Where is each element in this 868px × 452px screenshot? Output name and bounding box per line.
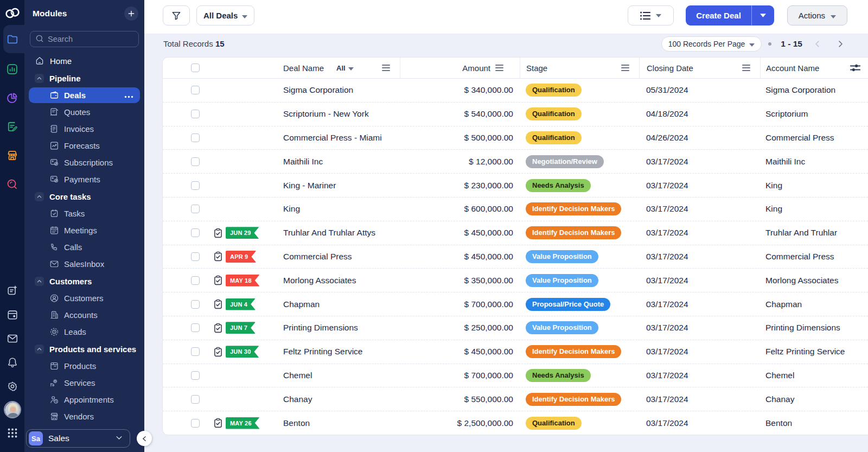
sidebar-item-appointments[interactable]: Appointments: [29, 391, 140, 408]
task-icon[interactable]: [213, 298, 224, 310]
deal-row[interactable]: Chemel $ 700,000.00 Needs Analysis 03/17…: [163, 364, 868, 388]
deal-row[interactable]: Sigma Corporation $ 340,000.00 Qualifica…: [163, 79, 868, 103]
settings-icon[interactable]: [0, 374, 24, 398]
calendar-icon[interactable]: [0, 303, 24, 327]
account-name-cell[interactable]: Scriptorium: [760, 109, 868, 119]
task-icon[interactable]: [213, 346, 224, 358]
deal-name-cell[interactable]: Benton: [283, 418, 400, 428]
account-name-cell[interactable]: Chapman: [760, 300, 868, 309]
add-module-button[interactable]: [124, 7, 138, 21]
deal-name-cell[interactable]: Truhlar And Truhlar Attys: [283, 228, 400, 238]
deal-name-cell[interactable]: Commercial Press - Miami: [283, 133, 400, 143]
sidebar-item-invoices[interactable]: Invoices: [29, 120, 140, 137]
column-menu-icon[interactable]: [621, 65, 629, 71]
team-switcher[interactable]: Sa Sales: [26, 429, 130, 448]
sidebar-item-leads[interactable]: Leads: [29, 323, 140, 340]
row-checkbox[interactable]: [191, 157, 200, 166]
deal-name-cell[interactable]: Sigma Corporation: [283, 85, 400, 95]
column-menu-icon[interactable]: [495, 65, 503, 71]
row-checkbox[interactable]: [191, 228, 200, 237]
create-deal-dropdown[interactable]: [751, 5, 774, 26]
mail-icon[interactable]: [0, 327, 24, 351]
sidebar-item-payments[interactable]: Payments: [29, 171, 140, 188]
row-checkbox[interactable]: [191, 252, 200, 261]
sidebar-search-input[interactable]: Search: [30, 31, 139, 47]
row-checkbox[interactable]: [191, 181, 200, 190]
deal-name-cell[interactable]: Maithili Inc: [283, 157, 400, 167]
deal-name-cell[interactable]: Feltz Printing Service: [283, 347, 400, 356]
sidebar-item-vendors[interactable]: Vendors: [29, 408, 140, 425]
account-name-cell[interactable]: Commercial Press: [760, 252, 868, 262]
row-checkbox[interactable]: [191, 110, 200, 118]
deal-name-cell[interactable]: Chapman: [283, 300, 400, 309]
row-checkbox[interactable]: [191, 347, 200, 356]
deal-row[interactable]: JUN 4 Chapman $ 700,000.00 Proposal/Pric…: [163, 292, 868, 316]
deal-name-cell[interactable]: Morlong Associates: [283, 276, 400, 285]
sidebar-item-products[interactable]: Products: [29, 358, 140, 374]
next-page-button[interactable]: [832, 36, 848, 52]
chevron-up-icon[interactable]: [35, 192, 44, 201]
row-checkbox[interactable]: [191, 300, 200, 309]
deal-row[interactable]: Chanay $ 550,000.00 Identify Decision Ma…: [163, 387, 868, 411]
zia-search-icon[interactable]: [0, 170, 24, 199]
sidebar-item-customers[interactable]: Customers: [29, 273, 140, 290]
sidebar-item-calls[interactable]: Calls: [29, 239, 140, 256]
deal-row[interactable]: Commercial Press - Miami $ 500,000.00 Qu…: [163, 126, 868, 150]
account-name-cell[interactable]: Feltz Printing Service: [760, 347, 868, 356]
chevron-up-icon[interactable]: [35, 345, 44, 354]
collapse-sidebar-button[interactable]: [137, 431, 152, 446]
column-menu-icon[interactable]: [382, 65, 390, 71]
account-name-cell[interactable]: Sigma Corporation: [760, 85, 868, 95]
analytics-icon[interactable]: [0, 84, 24, 112]
sidebar-item-quotes[interactable]: Quotes: [29, 104, 140, 120]
task-icon[interactable]: [213, 251, 224, 262]
create-deal-button[interactable]: Create Deal: [686, 5, 751, 26]
sidebar-item-salesinbox[interactable]: SalesInbox: [29, 256, 140, 272]
sidebar-item-forecasts[interactable]: Forecasts: [29, 137, 140, 154]
sidebar-item-tasks[interactable]: Tasks: [29, 205, 140, 222]
sidebar-item-deals[interactable]: Deals: [29, 87, 140, 104]
task-icon[interactable]: [213, 417, 224, 429]
deal-row[interactable]: JUN 29 Truhlar And Truhlar Attys $ 450,0…: [163, 221, 868, 245]
row-checkbox[interactable]: [191, 276, 200, 285]
row-checkbox[interactable]: [191, 419, 200, 428]
deal-row[interactable]: MAY 18 Morlong Associates $ 350,000.00 V…: [163, 269, 868, 292]
account-name-cell[interactable]: Chanay: [760, 394, 868, 404]
task-icon[interactable]: [213, 275, 224, 286]
apps-grid-icon[interactable]: [0, 421, 24, 445]
records-per-page-dropdown[interactable]: 100 Records Per Page: [661, 36, 762, 52]
deal-row[interactable]: King $ 600,000.00 Identify Decision Make…: [163, 198, 868, 221]
row-checkbox[interactable]: [191, 323, 200, 332]
deal-name-cell[interactable]: Scriptorium - New York: [283, 109, 400, 119]
sidebar-item-pipeline[interactable]: Pipeline: [29, 70, 140, 87]
sidebar-item-products-and-services[interactable]: Products and services: [29, 341, 140, 358]
deal-row[interactable]: King - Mariner $ 230,000.00 Needs Analys…: [163, 174, 868, 198]
sidebar-item-customers[interactable]: Customers: [29, 290, 140, 307]
sidebar-item-home[interactable]: Home: [29, 53, 140, 69]
chevron-up-icon[interactable]: [35, 74, 44, 83]
sidebar-item-services[interactable]: Services: [29, 374, 140, 391]
prev-page-button[interactable]: [809, 36, 826, 52]
reports-icon[interactable]: [0, 55, 24, 84]
actions-dropdown[interactable]: Actions: [787, 5, 847, 26]
account-name-cell[interactable]: Maithili Inc: [760, 157, 868, 167]
view-type-dropdown[interactable]: [628, 5, 674, 26]
filter-button[interactable]: [163, 5, 190, 26]
account-name-cell[interactable]: Commercial Press: [760, 133, 868, 143]
account-name-cell[interactable]: Morlong Associates: [760, 276, 868, 285]
deal-row[interactable]: JUN 30 Feltz Printing Service $ 450,000.…: [163, 340, 868, 364]
account-name-cell[interactable]: King: [760, 204, 868, 214]
deal-name-cell[interactable]: Commercial Press: [283, 252, 400, 262]
chevron-up-icon[interactable]: [35, 277, 44, 286]
deal-name-cell[interactable]: Chemel: [283, 371, 400, 380]
forms-icon[interactable]: [0, 112, 24, 141]
account-name-cell[interactable]: Truhlar And Truhlar: [760, 228, 868, 238]
account-name-cell[interactable]: Printing Dimensions: [760, 323, 868, 333]
account-name-cell[interactable]: Benton: [760, 418, 868, 428]
account-name-cell[interactable]: Chemel: [760, 371, 868, 380]
row-checkbox[interactable]: [191, 395, 200, 404]
marketplace-icon[interactable]: [0, 141, 24, 170]
compose-icon[interactable]: [0, 279, 24, 303]
more-options-icon[interactable]: [124, 91, 133, 100]
select-all-checkbox[interactable]: [191, 63, 200, 72]
